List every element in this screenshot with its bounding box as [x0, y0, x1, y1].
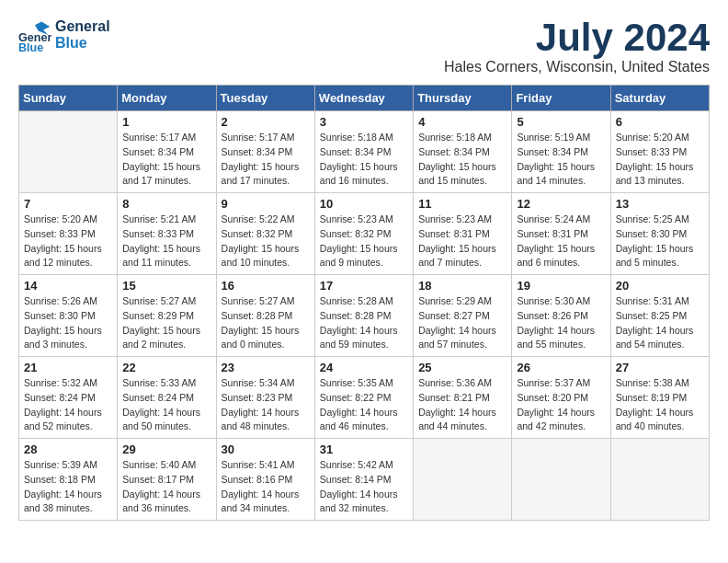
sunrise-label: Sunrise: 5:30 AM	[517, 295, 590, 306]
day-number: 23	[222, 361, 310, 374]
calendar-cell: 22 Sunrise: 5:33 AM Sunset: 8:24 PM Dayl…	[118, 357, 216, 439]
day-info: Sunrise: 5:25 AM Sunset: 8:30 PM Dayligh…	[616, 213, 704, 270]
daylight-label: Daylight: 14 hours and 57 minutes.	[418, 325, 496, 350]
calendar-table: SundayMondayTuesdayWednesdayThursdayFrid…	[18, 85, 710, 521]
day-info: Sunrise: 5:23 AM Sunset: 8:31 PM Dayligh…	[418, 213, 506, 270]
day-info: Sunrise: 5:34 AM Sunset: 8:23 PM Dayligh…	[222, 376, 310, 434]
calendar-cell: 20 Sunrise: 5:31 AM Sunset: 8:25 PM Dayl…	[610, 275, 709, 357]
calendar-body: 1 Sunrise: 5:17 AM Sunset: 8:34 PM Dayli…	[19, 111, 710, 521]
calendar-cell: 26 Sunrise: 5:37 AM Sunset: 8:20 PM Dayl…	[512, 357, 610, 439]
calendar-cell: 16 Sunrise: 5:27 AM Sunset: 8:28 PM Dayl…	[216, 275, 314, 357]
day-number: 24	[320, 361, 408, 374]
weekday-header-tuesday: Tuesday	[216, 86, 314, 111]
day-info: Sunrise: 5:41 AM Sunset: 8:16 PM Dayligh…	[222, 458, 310, 516]
daylight-label: Daylight: 14 hours and 46 minutes.	[320, 407, 398, 432]
day-number: 14	[24, 279, 112, 293]
day-info: Sunrise: 5:27 AM Sunset: 8:29 PM Dayligh…	[122, 294, 210, 352]
sunset-label: Sunset: 8:19 PM	[616, 392, 688, 403]
day-number: 21	[24, 361, 112, 374]
day-info: Sunrise: 5:18 AM Sunset: 8:34 PM Dayligh…	[418, 131, 506, 189]
day-info: Sunrise: 5:37 AM Sunset: 8:20 PM Dayligh…	[517, 376, 605, 434]
day-number: 8	[122, 197, 210, 211]
sunset-label: Sunset: 8:34 PM	[222, 146, 293, 157]
day-number: 7	[24, 197, 112, 211]
day-number: 4	[418, 115, 506, 129]
calendar-cell: 1 Sunrise: 5:17 AM Sunset: 8:34 PM Dayli…	[118, 111, 216, 193]
weekday-header-sunday: Sunday	[19, 86, 118, 111]
day-number: 18	[418, 279, 506, 293]
calendar-week-4: 21 Sunrise: 5:32 AM Sunset: 8:24 PM Dayl…	[19, 357, 710, 439]
weekday-header-saturday: Saturday	[610, 86, 709, 111]
day-info: Sunrise: 5:24 AM Sunset: 8:31 PM Dayligh…	[517, 213, 605, 270]
daylight-label: Daylight: 15 hours and 9 minutes.	[320, 243, 398, 269]
day-info: Sunrise: 5:31 AM Sunset: 8:25 PM Dayligh…	[616, 294, 704, 352]
daylight-label: Daylight: 14 hours and 55 minutes.	[517, 325, 595, 350]
sunset-label: Sunset: 8:21 PM	[418, 392, 490, 403]
sunrise-label: Sunrise: 5:20 AM	[24, 213, 97, 224]
sunset-label: Sunset: 8:34 PM	[320, 146, 392, 157]
sunset-label: Sunset: 8:32 PM	[222, 228, 293, 239]
day-number: 2	[222, 115, 310, 129]
calendar-cell: 24 Sunrise: 5:35 AM Sunset: 8:22 PM Dayl…	[314, 357, 413, 439]
calendar-cell: 5 Sunrise: 5:19 AM Sunset: 8:34 PM Dayli…	[512, 111, 610, 193]
location-subtitle: Hales Corners, Wisconsin, United States	[444, 59, 710, 75]
sunset-label: Sunset: 8:24 PM	[122, 392, 194, 403]
calendar-cell: 17 Sunrise: 5:28 AM Sunset: 8:28 PM Dayl…	[314, 275, 413, 357]
logo-text-general: General	[55, 18, 110, 35]
calendar-cell: 7 Sunrise: 5:20 AM Sunset: 8:33 PM Dayli…	[19, 193, 118, 275]
sunset-label: Sunset: 8:24 PM	[24, 392, 96, 403]
daylight-label: Daylight: 15 hours and 3 minutes.	[24, 325, 102, 350]
day-number: 5	[517, 115, 605, 129]
day-number: 9	[222, 197, 310, 211]
sunrise-label: Sunrise: 5:29 AM	[418, 295, 492, 306]
svg-text:Blue: Blue	[18, 41, 43, 52]
weekday-header-friday: Friday	[512, 86, 610, 111]
sunset-label: Sunset: 8:32 PM	[320, 228, 392, 239]
sunset-label: Sunset: 8:34 PM	[517, 146, 588, 157]
daylight-label: Daylight: 14 hours and 40 minutes.	[616, 407, 694, 432]
daylight-label: Daylight: 15 hours and 5 minutes.	[616, 243, 694, 269]
day-number: 6	[616, 115, 704, 129]
calendar-cell: 8 Sunrise: 5:21 AM Sunset: 8:33 PM Dayli…	[118, 193, 216, 275]
day-info: Sunrise: 5:28 AM Sunset: 8:28 PM Dayligh…	[320, 294, 408, 352]
day-info: Sunrise: 5:20 AM Sunset: 8:33 PM Dayligh…	[616, 131, 704, 189]
sunrise-label: Sunrise: 5:24 AM	[517, 213, 590, 224]
day-info: Sunrise: 5:23 AM Sunset: 8:32 PM Dayligh…	[320, 213, 408, 270]
weekday-header-monday: Monday	[118, 86, 216, 111]
calendar-cell: 18 Sunrise: 5:29 AM Sunset: 8:27 PM Dayl…	[414, 275, 512, 357]
day-number: 30	[222, 442, 310, 456]
sunrise-label: Sunrise: 5:19 AM	[517, 132, 590, 143]
daylight-label: Daylight: 14 hours and 54 minutes.	[616, 325, 694, 350]
daylight-label: Daylight: 15 hours and 16 minutes.	[320, 161, 398, 187]
day-info: Sunrise: 5:19 AM Sunset: 8:34 PM Dayligh…	[517, 131, 605, 189]
calendar-week-3: 14 Sunrise: 5:26 AM Sunset: 8:30 PM Dayl…	[19, 275, 710, 357]
sunrise-label: Sunrise: 5:38 AM	[616, 377, 689, 388]
calendar-cell	[19, 111, 118, 193]
calendar-cell	[512, 439, 610, 521]
sunset-label: Sunset: 8:17 PM	[122, 474, 194, 485]
sunset-label: Sunset: 8:33 PM	[616, 146, 688, 157]
daylight-label: Daylight: 15 hours and 7 minutes.	[418, 243, 496, 269]
day-number: 31	[320, 442, 408, 456]
day-number: 1	[122, 115, 210, 129]
calendar-cell: 9 Sunrise: 5:22 AM Sunset: 8:32 PM Dayli…	[216, 193, 314, 275]
day-info: Sunrise: 5:39 AM Sunset: 8:18 PM Dayligh…	[24, 458, 112, 516]
day-info: Sunrise: 5:27 AM Sunset: 8:28 PM Dayligh…	[222, 294, 310, 352]
day-number: 13	[616, 197, 704, 211]
day-number: 3	[320, 115, 408, 129]
sunrise-label: Sunrise: 5:31 AM	[616, 295, 689, 306]
day-number: 28	[24, 442, 112, 456]
daylight-label: Daylight: 14 hours and 38 minutes.	[24, 488, 102, 514]
sunset-label: Sunset: 8:33 PM	[24, 228, 96, 239]
calendar-cell: 19 Sunrise: 5:30 AM Sunset: 8:26 PM Dayl…	[512, 275, 610, 357]
sunrise-label: Sunrise: 5:22 AM	[222, 213, 295, 224]
sunrise-label: Sunrise: 5:33 AM	[122, 377, 196, 388]
day-number: 19	[517, 279, 605, 293]
calendar-cell: 15 Sunrise: 5:27 AM Sunset: 8:29 PM Dayl…	[118, 275, 216, 357]
day-info: Sunrise: 5:40 AM Sunset: 8:17 PM Dayligh…	[122, 458, 210, 516]
daylight-label: Daylight: 15 hours and 12 minutes.	[24, 243, 102, 269]
sunrise-label: Sunrise: 5:18 AM	[418, 132, 492, 143]
calendar-cell: 11 Sunrise: 5:23 AM Sunset: 8:31 PM Dayl…	[414, 193, 512, 275]
day-number: 16	[222, 279, 310, 293]
calendar-cell: 4 Sunrise: 5:18 AM Sunset: 8:34 PM Dayli…	[414, 111, 512, 193]
